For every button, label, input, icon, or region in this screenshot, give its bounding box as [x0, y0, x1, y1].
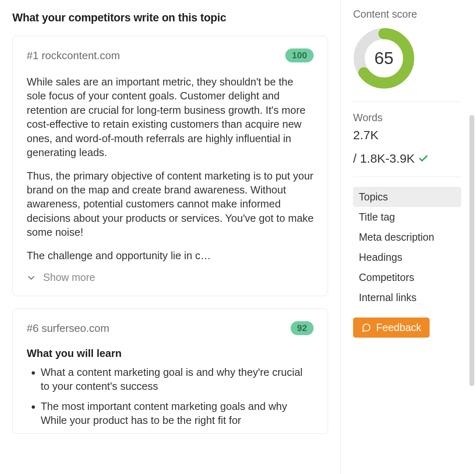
content-score-donut: 65 [353, 28, 461, 89]
competitor-card: #6 surferseo.com 92 What you will learn … [12, 308, 328, 434]
competitor-domain: surferseo.com [42, 322, 109, 334]
competitor-paragraph: Thus, the primary objective of content m… [27, 169, 314, 239]
competitor-source: #1 rockcontent.com [27, 49, 120, 62]
competitor-domain: rockcontent.com [42, 49, 120, 62]
check-icon [418, 153, 429, 164]
section-title: What your competitors write on this topi… [12, 12, 328, 24]
content-score-label: Content score [353, 8, 461, 20]
card-header: #1 rockcontent.com 100 [27, 48, 314, 62]
competitor-card: #1 rockcontent.com 100 While sales are a… [12, 36, 328, 296]
scrollbar[interactable] [469, 115, 474, 386]
list-item: The most important content marketing goa… [41, 399, 314, 428]
competitor-source: #6 surferseo.com [27, 322, 109, 335]
competitor-score-pill: 92 [291, 321, 314, 335]
list-item: What a content marketing goal is and why… [41, 365, 314, 393]
words-range: / 1.8K-3.9K [353, 150, 415, 167]
chevron-down-icon [27, 273, 36, 282]
card-body: While sales are an important metric, the… [27, 75, 314, 262]
words-value: 2.7K / 1.8K-3.9K [353, 127, 461, 167]
nav-item-meta-description[interactable]: Meta description [353, 227, 461, 247]
show-more-label: Show more [43, 272, 95, 283]
competitor-rank: #6 [27, 322, 39, 334]
content-score-value: 65 [353, 28, 415, 89]
card-header: #6 surferseo.com 92 [27, 321, 314, 335]
competitor-subhead: What you will learn [27, 347, 314, 359]
nav-item-competitors[interactable]: Competitors [353, 267, 461, 288]
main-column: What your competitors write on this topi… [0, 0, 340, 474]
sidebar: Content score 65 Words 2.7K / 1.8K-3.9K [340, 0, 476, 474]
competitor-paragraph: While sales are an important metric, the… [27, 75, 314, 160]
divider [353, 101, 461, 102]
words-label: Words [353, 112, 461, 124]
card-body: What you will learn What a content marke… [27, 347, 314, 428]
feedback-label: Feedback [376, 322, 421, 334]
competitor-rank: #1 [27, 49, 39, 62]
nav-item-internal-links[interactable]: Internal links [353, 288, 461, 308]
divider [353, 177, 461, 177]
bullet-list: What a content marketing goal is and why… [27, 365, 314, 428]
competitor-paragraph: The challenge and opportunity lie in c… [27, 249, 314, 262]
words-block: Words 2.7K / 1.8K-3.9K [353, 112, 461, 167]
words-count: 2.7K [353, 127, 379, 144]
chat-icon [361, 323, 371, 333]
nav-item-topics[interactable]: Topics [353, 187, 461, 207]
nav-item-title-tag[interactable]: Title tag [353, 207, 461, 227]
feedback-button[interactable]: Feedback [353, 318, 430, 338]
sidebar-nav: Topics Title tag Meta description Headin… [353, 187, 461, 308]
nav-item-headings[interactable]: Headings [353, 247, 461, 267]
competitor-score-pill: 100 [285, 48, 314, 62]
show-more-button[interactable]: Show more [27, 272, 314, 283]
